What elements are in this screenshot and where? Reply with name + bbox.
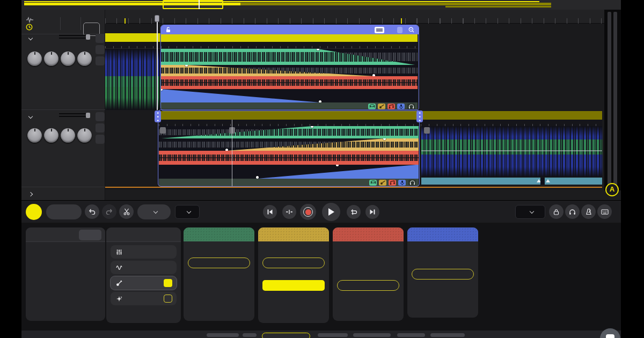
chevron-down-icon [153, 209, 157, 213]
timeline-minimap[interactable] [21, 0, 621, 10]
bass-option-full-selected[interactable] [262, 280, 325, 291]
deck1-low-knob[interactable] [27, 52, 42, 66]
scroll-bar[interactable] [613, 12, 617, 188]
deck1-monitor-button[interactable] [96, 56, 105, 65]
vocals-card-header[interactable] [407, 227, 478, 241]
deck2-low-knob[interactable] [27, 128, 42, 143]
automix-button[interactable] [46, 204, 82, 219]
lock-button[interactable] [549, 204, 564, 219]
skip-back-icon [267, 209, 273, 215]
unlock-icon[interactable] [165, 27, 171, 33]
dock-item[interactable] [243, 333, 257, 337]
slider-handle[interactable] [86, 34, 90, 40]
deck2-monitor-button[interactable] [96, 135, 105, 144]
deck2-high-knob[interactable] [61, 128, 75, 143]
metronome-button[interactable] [581, 204, 596, 219]
deck1-volume-slider[interactable] [59, 34, 90, 40]
stems-overlay-region[interactable] [160, 25, 419, 111]
track-boundary-tick [401, 18, 402, 24]
dock-item[interactable] [207, 333, 239, 337]
deck1-mid-knob[interactable] [44, 52, 58, 66]
undo-button[interactable] [85, 204, 99, 219]
melody-option-full[interactable] [337, 280, 399, 291]
minimap-viewport[interactable] [163, 0, 223, 9]
keyboard-button[interactable] [597, 204, 612, 219]
view-mode-dropdown[interactable] [515, 205, 545, 219]
skip-forward-button[interactable] [365, 205, 379, 219]
save-preset-button[interactable] [79, 230, 101, 240]
stems-list-button[interactable] [375, 27, 384, 33]
headphones-button[interactable] [565, 204, 580, 219]
toolbar [21, 200, 621, 223]
stems-icon [116, 280, 122, 286]
deck2-mid-knob[interactable] [44, 128, 58, 143]
track2-waveform-right[interactable] [421, 126, 602, 177]
metronome-icon [586, 208, 592, 215]
category-equalizer[interactable] [111, 245, 177, 259]
effects-icon [116, 264, 122, 271]
divider [60, 17, 61, 30]
app-window: ••• ••• A [0, 0, 644, 338]
vocals-card [407, 227, 478, 318]
dock-item[interactable] [430, 333, 465, 337]
tempo-lane-toggle[interactable] [21, 187, 105, 200]
deck1-filter-knob[interactable] [77, 52, 92, 66]
automix-logo-icon[interactable]: A [605, 183, 619, 196]
deck1-solo-button[interactable] [96, 34, 105, 43]
my-presets-count-badge [164, 295, 172, 303]
deck2-mute-button[interactable] [96, 123, 105, 133]
slider-track [59, 116, 87, 117]
region-left-grip[interactable]: ••• [155, 111, 161, 122]
scroll-bar[interactable] [608, 12, 611, 188]
drums-card-header[interactable] [184, 227, 254, 241]
dock-item[interactable] [397, 333, 425, 337]
elapsed-clock-icon[interactable] [26, 24, 33, 31]
tempo-automation-line[interactable] [105, 187, 602, 188]
deck1-mute-button[interactable] [96, 45, 105, 54]
edit-dropdown[interactable] [137, 204, 171, 219]
bass-card-header[interactable] [258, 227, 329, 241]
deck2-volume-slider[interactable] [59, 113, 90, 118]
stems-panel-header[interactable] [161, 25, 419, 34]
waveform-fade [421, 126, 602, 177]
dock-active-tab[interactable] [262, 333, 310, 338]
split-button[interactable] [119, 204, 134, 219]
deck2-solo-button[interactable] [96, 112, 105, 121]
loop-button[interactable] [347, 205, 361, 219]
category-effects[interactable] [111, 261, 177, 274]
dock-item[interactable] [353, 333, 391, 337]
track2-stems-region[interactable] [158, 109, 420, 187]
bass-option-swap[interactable] [262, 258, 325, 268]
track2-loop-strip[interactable] [421, 178, 602, 185]
quantize-dropdown[interactable] [175, 205, 200, 219]
right-scroll-strip[interactable] [604, 10, 621, 190]
drums-option-swap[interactable] [188, 258, 250, 268]
cue-marker[interactable] [424, 127, 430, 134]
skip-back-button[interactable] [263, 205, 277, 219]
minimap-playhead [199, 0, 200, 9]
category-my-presets[interactable] [111, 292, 177, 305]
key-transition-badge[interactable] [397, 27, 402, 33]
track1-waveform-left[interactable] [105, 49, 161, 110]
playhead-handle[interactable] [155, 15, 159, 22]
snap-to-playhead-button[interactable] [282, 205, 296, 219]
category-stems[interactable] [111, 276, 177, 290]
redo-button[interactable] [102, 204, 116, 219]
loop-marker-icon [546, 179, 550, 182]
record-button[interactable] [300, 204, 316, 220]
cue-marker[interactable] [160, 127, 166, 134]
vocals-option-crossfade[interactable] [412, 269, 474, 280]
play-button[interactable] [322, 203, 340, 221]
melody-card-header[interactable] [333, 227, 404, 241]
slider-track [59, 35, 87, 36]
add-button[interactable] [26, 204, 42, 220]
deck1-high-knob[interactable] [61, 52, 75, 66]
waveform-fade [105, 49, 161, 110]
slider-handle[interactable] [86, 113, 90, 118]
dock-item[interactable] [318, 333, 348, 337]
region-right-grip[interactable]: ••• [416, 111, 423, 122]
zoom-icon[interactable] [408, 27, 414, 33]
deck2-filter-knob[interactable] [77, 128, 92, 143]
deck2-collapse-chevron-icon[interactable] [28, 114, 33, 119]
deck1-collapse-chevron-icon[interactable] [28, 36, 33, 40]
